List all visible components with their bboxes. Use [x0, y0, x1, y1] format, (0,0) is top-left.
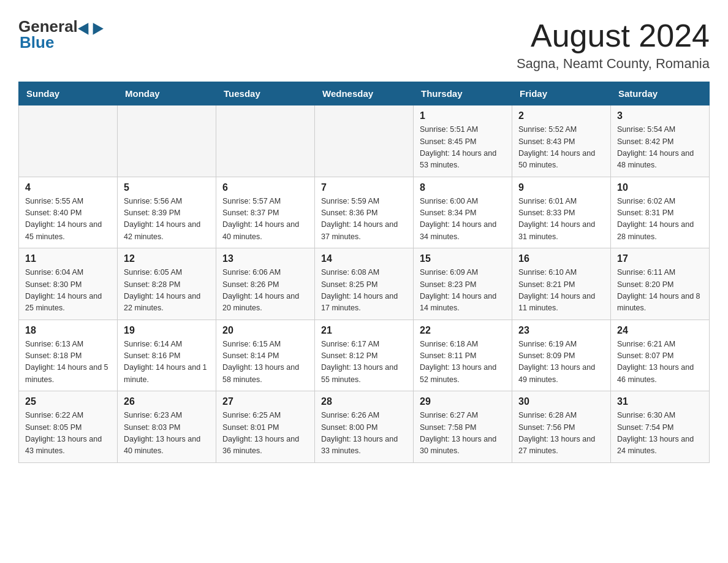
day-info: Sunrise: 5:51 AM Sunset: 8:45 PM Dayligh… [420, 124, 506, 172]
day-number: 7 [321, 182, 407, 193]
day-info: Sunrise: 5:54 AM Sunset: 8:42 PM Dayligh… [617, 124, 703, 172]
page-title: August 2024 [517, 18, 710, 53]
calendar-cell [315, 105, 414, 177]
day-info: Sunrise: 6:02 AM Sunset: 8:31 PM Dayligh… [617, 196, 703, 243]
calendar-cell [118, 105, 216, 177]
day-info: Sunrise: 6:04 AM Sunset: 8:30 PM Dayligh… [25, 267, 111, 315]
calendar-cell: 9Sunrise: 6:01 AM Sunset: 8:33 PM Daylig… [512, 177, 611, 248]
day-info: Sunrise: 5:55 AM Sunset: 8:40 PM Dayligh… [25, 196, 111, 243]
page-subtitle: Sagna, Neamt County, Romania [517, 56, 710, 72]
day-info: Sunrise: 6:10 AM Sunset: 8:21 PM Dayligh… [518, 267, 604, 315]
day-info: Sunrise: 6:14 AM Sunset: 8:16 PM Dayligh… [124, 339, 210, 386]
calendar-cell: 17Sunrise: 6:11 AM Sunset: 8:20 PM Dayli… [611, 248, 710, 320]
calendar-cell: 15Sunrise: 6:09 AM Sunset: 8:23 PM Dayli… [414, 248, 512, 320]
day-number: 11 [25, 253, 111, 264]
day-info: Sunrise: 6:15 AM Sunset: 8:14 PM Dayligh… [222, 339, 308, 386]
day-number: 27 [222, 396, 308, 407]
day-info: Sunrise: 6:27 AM Sunset: 7:58 PM Dayligh… [420, 410, 506, 458]
calendar-cell: 31Sunrise: 6:30 AM Sunset: 7:54 PM Dayli… [611, 391, 710, 463]
day-number: 22 [420, 325, 506, 336]
day-number: 18 [25, 325, 111, 336]
day-number: 5 [124, 182, 210, 193]
calendar-cell: 25Sunrise: 6:22 AM Sunset: 8:05 PM Dayli… [19, 391, 118, 463]
day-info: Sunrise: 6:22 AM Sunset: 8:05 PM Dayligh… [25, 410, 111, 458]
calendar-cell [19, 105, 118, 177]
day-of-week-header: Saturday [611, 82, 710, 105]
day-number: 26 [124, 396, 210, 407]
days-of-week-row: SundayMondayTuesdayWednesdayThursdayFrid… [19, 82, 710, 105]
calendar-cell: 28Sunrise: 6:26 AM Sunset: 8:00 PM Dayli… [315, 391, 414, 463]
day-number: 30 [518, 396, 604, 407]
day-number: 25 [25, 396, 111, 407]
day-info: Sunrise: 6:05 AM Sunset: 8:28 PM Dayligh… [124, 267, 210, 315]
day-info: Sunrise: 6:08 AM Sunset: 8:25 PM Dayligh… [321, 267, 407, 315]
day-number: 16 [518, 253, 604, 264]
calendar-table: SundayMondayTuesdayWednesdayThursdayFrid… [18, 82, 710, 463]
day-number: 13 [222, 253, 308, 264]
day-of-week-header: Thursday [414, 82, 512, 105]
calendar-cell: 16Sunrise: 6:10 AM Sunset: 8:21 PM Dayli… [512, 248, 611, 320]
calendar-cell: 6Sunrise: 5:57 AM Sunset: 8:37 PM Daylig… [216, 177, 315, 248]
day-info: Sunrise: 6:06 AM Sunset: 8:26 PM Dayligh… [222, 267, 308, 315]
day-info: Sunrise: 6:28 AM Sunset: 7:56 PM Dayligh… [518, 410, 604, 458]
day-of-week-header: Tuesday [216, 82, 315, 105]
day-info: Sunrise: 5:52 AM Sunset: 8:43 PM Dayligh… [518, 124, 604, 172]
day-info: Sunrise: 6:01 AM Sunset: 8:33 PM Dayligh… [518, 196, 604, 243]
day-number: 12 [124, 253, 210, 264]
day-info: Sunrise: 6:21 AM Sunset: 8:07 PM Dayligh… [617, 339, 703, 386]
calendar-cell: 5Sunrise: 5:56 AM Sunset: 8:39 PM Daylig… [118, 177, 216, 248]
day-info: Sunrise: 6:11 AM Sunset: 8:20 PM Dayligh… [617, 267, 703, 315]
day-info: Sunrise: 6:17 AM Sunset: 8:12 PM Dayligh… [321, 339, 407, 386]
calendar-week-row: 25Sunrise: 6:22 AM Sunset: 8:05 PM Dayli… [19, 391, 710, 463]
day-number: 28 [321, 396, 407, 407]
calendar-cell: 1Sunrise: 5:51 AM Sunset: 8:45 PM Daylig… [414, 105, 512, 177]
calendar-header: SundayMondayTuesdayWednesdayThursdayFrid… [19, 82, 710, 105]
calendar-body: 1Sunrise: 5:51 AM Sunset: 8:45 PM Daylig… [19, 105, 710, 463]
logo-arrows [80, 22, 102, 33]
day-number: 10 [617, 182, 703, 193]
day-info: Sunrise: 6:30 AM Sunset: 7:54 PM Dayligh… [617, 410, 703, 458]
calendar-cell: 22Sunrise: 6:18 AM Sunset: 8:11 PM Dayli… [414, 320, 512, 391]
day-info: Sunrise: 6:09 AM Sunset: 8:23 PM Dayligh… [420, 267, 506, 315]
calendar-cell: 10Sunrise: 6:02 AM Sunset: 8:31 PM Dayli… [611, 177, 710, 248]
day-info: Sunrise: 5:56 AM Sunset: 8:39 PM Dayligh… [124, 196, 210, 243]
day-info: Sunrise: 6:19 AM Sunset: 8:09 PM Dayligh… [518, 339, 604, 386]
day-number: 29 [420, 396, 506, 407]
day-info: Sunrise: 6:00 AM Sunset: 8:34 PM Dayligh… [420, 196, 506, 243]
logo-general-text: General [18, 18, 78, 34]
calendar-cell: 3Sunrise: 5:54 AM Sunset: 8:42 PM Daylig… [611, 105, 710, 177]
calendar-week-row: 1Sunrise: 5:51 AM Sunset: 8:45 PM Daylig… [19, 105, 710, 177]
day-number: 23 [518, 325, 604, 336]
calendar-cell: 8Sunrise: 6:00 AM Sunset: 8:34 PM Daylig… [414, 177, 512, 248]
day-info: Sunrise: 6:13 AM Sunset: 8:18 PM Dayligh… [25, 339, 111, 386]
calendar-cell: 18Sunrise: 6:13 AM Sunset: 8:18 PM Dayli… [19, 320, 118, 391]
title-block: August 2024 Sagna, Neamt County, Romania [517, 18, 710, 72]
calendar-cell: 13Sunrise: 6:06 AM Sunset: 8:26 PM Dayli… [216, 248, 315, 320]
day-info: Sunrise: 6:18 AM Sunset: 8:11 PM Dayligh… [420, 339, 506, 386]
day-number: 2 [518, 110, 604, 121]
calendar-cell [216, 105, 315, 177]
day-number: 14 [321, 253, 407, 264]
calendar-cell: 7Sunrise: 5:59 AM Sunset: 8:36 PM Daylig… [315, 177, 414, 248]
day-number: 19 [124, 325, 210, 336]
day-info: Sunrise: 6:25 AM Sunset: 8:01 PM Dayligh… [222, 410, 308, 458]
calendar-cell: 4Sunrise: 5:55 AM Sunset: 8:40 PM Daylig… [19, 177, 118, 248]
day-number: 31 [617, 396, 703, 407]
calendar-cell: 2Sunrise: 5:52 AM Sunset: 8:43 PM Daylig… [512, 105, 611, 177]
day-number: 1 [420, 110, 506, 121]
day-info: Sunrise: 5:59 AM Sunset: 8:36 PM Dayligh… [321, 196, 407, 243]
day-number: 24 [617, 325, 703, 336]
calendar-cell: 21Sunrise: 6:17 AM Sunset: 8:12 PM Dayli… [315, 320, 414, 391]
logo-blue-text: Blue [20, 34, 54, 50]
day-number: 4 [25, 182, 111, 193]
calendar-cell: 14Sunrise: 6:08 AM Sunset: 8:25 PM Dayli… [315, 248, 414, 320]
day-of-week-header: Friday [512, 82, 611, 105]
day-number: 3 [617, 110, 703, 121]
calendar-cell: 11Sunrise: 6:04 AM Sunset: 8:30 PM Dayli… [19, 248, 118, 320]
day-number: 17 [617, 253, 703, 264]
calendar-cell: 20Sunrise: 6:15 AM Sunset: 8:14 PM Dayli… [216, 320, 315, 391]
day-number: 6 [222, 182, 308, 193]
day-info: Sunrise: 6:26 AM Sunset: 8:00 PM Dayligh… [321, 410, 407, 458]
calendar-cell: 27Sunrise: 6:25 AM Sunset: 8:01 PM Dayli… [216, 391, 315, 463]
day-number: 20 [222, 325, 308, 336]
